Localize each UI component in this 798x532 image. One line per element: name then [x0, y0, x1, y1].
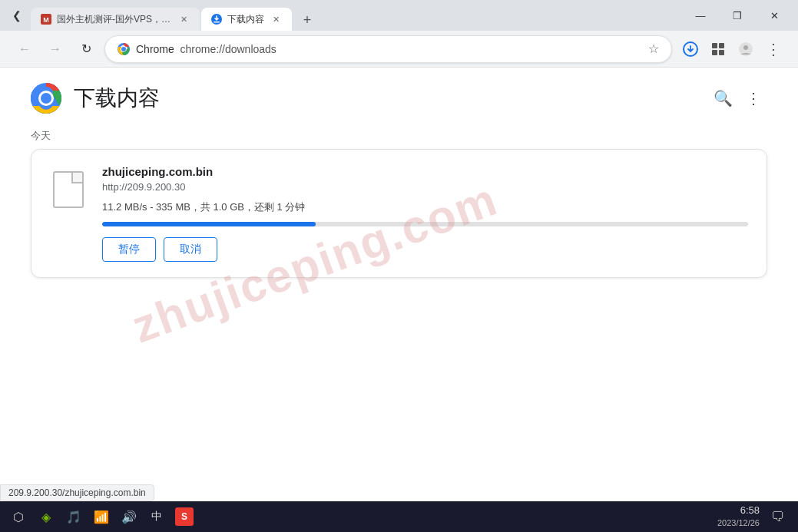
- site-name: Chrome chrome://downloads: [136, 43, 642, 55]
- taskbar: ⬡ ◈ 🎵 📶 🔊 中 S 6:58 2023/12/26 🗨: [0, 501, 798, 532]
- notification-button[interactable]: 🗨: [767, 506, 789, 527]
- page-header: 下载内容 🔍 ⋮: [31, 68, 767, 121]
- refresh-button[interactable]: ↻: [74, 37, 98, 61]
- chrome-favicon: [118, 43, 130, 55]
- page-title: 下载内容: [74, 84, 160, 113]
- taskbar-time: 6:58: [717, 504, 760, 517]
- tab-2[interactable]: 下载内容 ✕: [201, 8, 292, 31]
- svg-point-6: [121, 47, 126, 51]
- back-button[interactable]: ←: [12, 37, 37, 61]
- tab-1-label: 国外主机测评-国外VPS，国...: [57, 13, 172, 26]
- download-card: zhujiceping.com.bin http://209.9.200.30 …: [31, 149, 767, 278]
- svg-text:M: M: [43, 16, 49, 24]
- page-content: zhujiceping.com: [0, 68, 798, 501]
- download-filename: zhujiceping.com.bin: [102, 165, 748, 178]
- taskbar-right: 6:58 2023/12/26 🗨: [717, 504, 789, 528]
- ime-icon[interactable]: 中: [147, 507, 166, 526]
- sougou-icon[interactable]: S: [175, 507, 194, 526]
- menu-button[interactable]: ⋮: [761, 37, 786, 61]
- pause-button[interactable]: 暂停: [102, 237, 156, 262]
- svg-rect-10: [712, 50, 717, 55]
- network-icon[interactable]: 📶: [92, 507, 111, 526]
- minimize-button[interactable]: —: [683, 3, 718, 28]
- file-icon-container: [50, 168, 87, 211]
- download-info: zhujiceping.com.bin http://209.9.200.30 …: [102, 165, 748, 262]
- address-bar: ← → ↻ Chrome chrome://downloads ☆: [0, 31, 798, 68]
- tab-strip: M 国外主机测评-国外VPS，国... ✕ 下载内容 ✕ +: [31, 0, 680, 31]
- tab-1-favicon: M: [40, 13, 52, 25]
- close-button[interactable]: ✕: [757, 3, 792, 28]
- section-label: 今天: [31, 129, 767, 143]
- url-text-value: chrome://downloads: [180, 43, 276, 55]
- maximize-button[interactable]: ❐: [720, 3, 755, 28]
- taskbar-date: 2023/12/26: [717, 517, 760, 528]
- search-button[interactable]: 🔍: [709, 84, 737, 112]
- svg-rect-8: [712, 43, 717, 48]
- progress-bar-container: [102, 222, 748, 226]
- download-url: http://209.9.200.30: [102, 181, 748, 193]
- new-tab-button[interactable]: +: [296, 9, 318, 31]
- chrome-logo: [31, 83, 61, 114]
- svg-point-13: [743, 45, 748, 50]
- page-header-actions: 🔍 ⋮: [709, 84, 767, 112]
- taskbar-clock: 6:58 2023/12/26: [717, 504, 760, 528]
- extensions-button[interactable]: [706, 37, 730, 61]
- svg-point-20: [41, 93, 51, 104]
- more-options-button[interactable]: ⋮: [740, 84, 767, 112]
- url-bar[interactable]: Chrome chrome://downloads ☆: [104, 35, 672, 63]
- tab-2-close[interactable]: ✕: [269, 12, 283, 26]
- bluetooth-icon[interactable]: ⬡: [9, 507, 28, 526]
- audio-icon[interactable]: 🎵: [65, 507, 83, 526]
- cancel-button[interactable]: 取消: [164, 237, 217, 262]
- tab-2-favicon: [210, 13, 223, 25]
- svg-rect-11: [719, 50, 724, 55]
- tab-2-label: 下载内容: [227, 13, 264, 26]
- progress-bar-fill: [102, 222, 316, 226]
- forward-button[interactable]: →: [43, 37, 68, 61]
- profile-button[interactable]: [733, 37, 758, 61]
- tab-1[interactable]: M 国外主机测评-国外VPS，国... ✕: [31, 8, 200, 31]
- bookmark-icon[interactable]: ☆: [648, 41, 659, 56]
- nav-back-btn[interactable]: ❮: [6, 5, 28, 26]
- title-bar: ❮ M 国外主机测评-国外VPS，国... ✕ 下载内容 ✕ + —: [0, 0, 798, 31]
- svg-rect-3: [214, 21, 220, 23]
- window-controls: — ❐ ✕: [683, 3, 792, 28]
- tab-1-close[interactable]: ✕: [177, 12, 190, 26]
- status-bar: 209.9.200.30/zhujiceping.com.bin: [0, 484, 154, 501]
- toolbar-actions: ⋮: [678, 37, 786, 61]
- gpu-icon[interactable]: ◈: [37, 507, 55, 526]
- volume-icon[interactable]: 🔊: [120, 507, 138, 526]
- status-bar-url: 209.9.200.30/zhujiceping.com.bin: [8, 487, 146, 498]
- download-status: 11.2 MB/s - 335 MB，共 1.0 GB，还剩 1 分钟: [102, 200, 748, 214]
- page-header-left: 下载内容: [31, 83, 160, 114]
- download-actions: 暂停 取消: [102, 237, 748, 262]
- file-icon: [53, 171, 84, 208]
- svg-rect-9: [719, 43, 724, 48]
- download-status-button[interactable]: [678, 37, 703, 61]
